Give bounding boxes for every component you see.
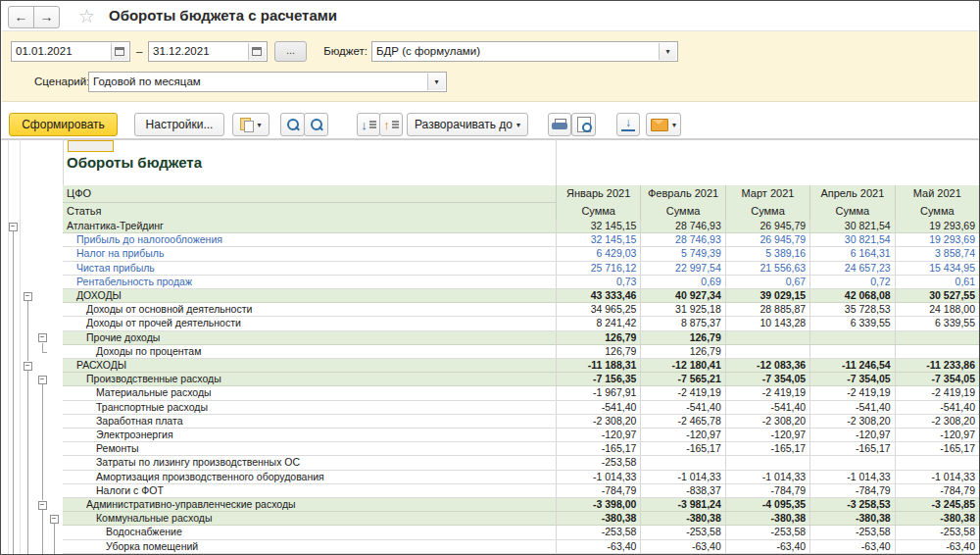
value-cell[interactable]: 40 927,34: [640, 289, 724, 302]
print-button[interactable]: [548, 113, 571, 136]
value-cell[interactable]: -7 565,21: [640, 373, 724, 385]
value-cell[interactable]: 21 556,63: [725, 262, 809, 275]
value-cell[interactable]: -120,97: [725, 429, 809, 441]
value-cell[interactable]: -165,17: [640, 442, 724, 455]
value-cell[interactable]: -2 419,19: [640, 386, 724, 399]
value-cell[interactable]: -838,37: [640, 484, 724, 497]
value-cell[interactable]: 8 241,42: [556, 317, 640, 329]
value-cell[interactable]: -63,40: [640, 540, 724, 553]
collapse-expander[interactable]: −: [50, 515, 59, 524]
sum-header-cell[interactable]: Сумма: [640, 202, 724, 220]
value-cell[interactable]: -11 246,54: [809, 359, 894, 372]
article-cell[interactable]: РАСХОДЫ: [63, 359, 556, 372]
value-cell[interactable]: 42 068,08: [809, 289, 894, 302]
value-cell[interactable]: 3 858,74: [895, 247, 979, 260]
value-cell[interactable]: [809, 345, 894, 358]
value-cell[interactable]: -380,38: [640, 512, 724, 525]
value-cell[interactable]: -253,58: [895, 526, 979, 538]
budget-combobox[interactable]: БДР (с формулами) ▾: [371, 41, 678, 62]
article-header-cell[interactable]: Статья: [63, 202, 556, 220]
collapse-expander[interactable]: −: [24, 292, 32, 301]
value-cell[interactable]: 24 188,00: [895, 303, 979, 316]
value-cell[interactable]: -380,38: [556, 512, 640, 525]
month-header-cell[interactable]: Февраль 2021: [640, 185, 724, 202]
value-cell[interactable]: 22 997,54: [640, 262, 724, 275]
value-cell[interactable]: -3 258,53: [809, 498, 894, 511]
value-cell[interactable]: 0,69: [640, 276, 724, 288]
article-cell[interactable]: Водоснабжение: [63, 526, 556, 538]
value-cell[interactable]: -2 419,19: [895, 386, 979, 399]
value-cell[interactable]: -784,79: [895, 484, 979, 497]
send-email-button[interactable]: ▾: [646, 113, 681, 136]
budget-dropdown-button[interactable]: ▾: [659, 43, 676, 60]
sum-header-cell[interactable]: Сумма: [725, 202, 809, 220]
collapse-expander[interactable]: −: [38, 376, 47, 384]
collapse-expander[interactable]: −: [9, 223, 18, 231]
value-cell[interactable]: -120,97: [640, 429, 724, 441]
value-cell[interactable]: -253,58: [556, 526, 640, 538]
article-cell[interactable]: Транспортные расходы: [63, 401, 556, 414]
value-cell[interactable]: 30 821,54: [809, 233, 894, 246]
value-cell[interactable]: -4 095,35: [725, 498, 809, 511]
article-cell[interactable]: Рентабельность продаж: [63, 276, 556, 288]
value-cell[interactable]: 32 145,15: [556, 233, 640, 246]
favorite-star-icon[interactable]: ☆: [78, 5, 95, 27]
value-cell[interactable]: 0,72: [809, 276, 894, 288]
value-cell[interactable]: 0,67: [725, 276, 809, 288]
value-cell[interactable]: -541,40: [895, 401, 979, 414]
value-cell[interactable]: -541,40: [556, 401, 640, 414]
scenario-dropdown-button[interactable]: ▾: [427, 74, 445, 90]
article-cell[interactable]: Ремонты: [63, 442, 556, 455]
value-cell[interactable]: -2 419,19: [809, 386, 894, 399]
value-cell[interactable]: 30 821,54: [809, 220, 894, 232]
value-cell[interactable]: -2 308,20: [809, 415, 894, 428]
collapse-expander[interactable]: −: [24, 362, 32, 371]
article-cell[interactable]: Электроэнергия: [63, 429, 556, 441]
value-cell[interactable]: 25 716,12: [556, 262, 640, 275]
article-cell[interactable]: Прибыль до налогообложения: [63, 233, 556, 246]
value-cell[interactable]: -3 245,85: [895, 498, 979, 511]
value-cell[interactable]: -380,38: [725, 512, 809, 525]
value-cell[interactable]: -12 083,36: [725, 359, 809, 372]
value-cell[interactable]: -11 233,86: [895, 359, 979, 372]
value-cell[interactable]: 6 164,31: [809, 247, 894, 260]
expand-to-button[interactable]: Разворачивать до▾: [407, 113, 528, 136]
value-cell[interactable]: 19 293,69: [895, 233, 979, 246]
print-preview-button[interactable]: [571, 113, 596, 136]
value-cell[interactable]: -1 014,33: [895, 471, 979, 483]
article-cell[interactable]: Амортизация производственного оборудован…: [63, 471, 556, 483]
expand-groups-button[interactable]: ↓: [357, 113, 380, 136]
sum-header-cell[interactable]: Сумма: [895, 202, 979, 220]
value-cell[interactable]: 126,79: [556, 331, 640, 344]
article-cell[interactable]: Доходы от основной деятельности: [63, 303, 556, 316]
article-cell[interactable]: Налог на прибыль: [63, 247, 556, 260]
value-cell[interactable]: -784,79: [725, 484, 809, 497]
value-cell[interactable]: -2 308,20: [725, 415, 809, 428]
period-more-button[interactable]: ...: [274, 41, 307, 62]
value-cell[interactable]: 126,79: [640, 345, 724, 358]
value-cell[interactable]: 6 429,03: [556, 247, 640, 260]
value-cell[interactable]: 19 293,69: [895, 220, 979, 232]
value-cell[interactable]: -380,38: [895, 512, 979, 525]
value-cell[interactable]: -253,58: [725, 526, 809, 538]
value-cell[interactable]: 6 339,55: [895, 317, 979, 329]
value-cell[interactable]: 35 728,53: [809, 303, 894, 316]
value-cell[interactable]: [725, 345, 809, 358]
selected-cell[interactable]: [68, 140, 114, 152]
article-cell[interactable]: Прочие доходы: [63, 331, 556, 344]
article-cell[interactable]: Затраты по лизингу производственных ОС: [63, 456, 556, 469]
forward-button[interactable]: →: [33, 6, 60, 28]
value-cell[interactable]: -2 419,19: [725, 386, 809, 399]
settings-button[interactable]: Настройки...: [134, 113, 224, 136]
value-cell[interactable]: -253,58: [556, 456, 640, 469]
search-next-button[interactable]: [304, 113, 328, 136]
month-header-cell[interactable]: Апрель 2021: [809, 185, 894, 202]
value-cell[interactable]: 24 657,23: [809, 262, 894, 275]
article-cell[interactable]: Коммунальные расходы: [63, 512, 556, 525]
value-cell[interactable]: -63,40: [725, 540, 809, 553]
value-cell[interactable]: 43 333,46: [556, 289, 640, 302]
value-cell[interactable]: [725, 331, 809, 344]
value-cell[interactable]: -2 465,78: [640, 415, 724, 428]
value-cell[interactable]: -380,38: [809, 512, 894, 525]
article-cell[interactable]: Производственные расходы: [63, 373, 556, 385]
